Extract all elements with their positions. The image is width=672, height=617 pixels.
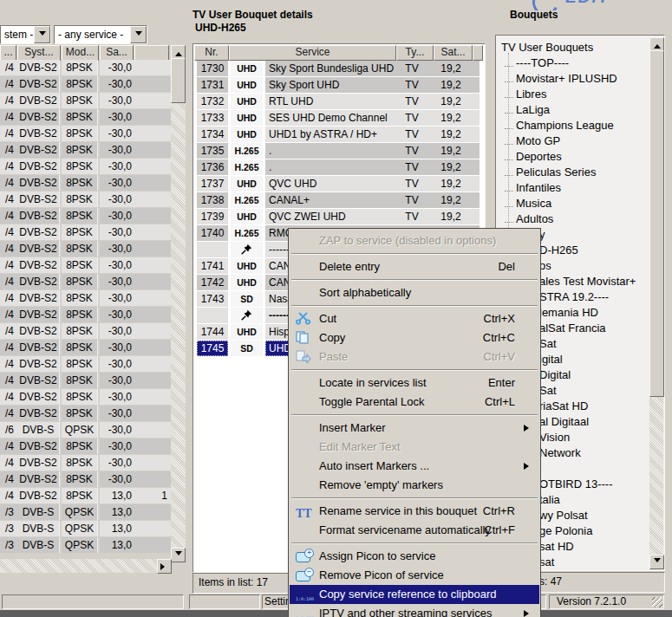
table-row[interactable]: /4DVB-S28PSK-30,0 [0,208,171,224]
tree-item[interactable]: Champions League [505,118,614,133]
scrollbar-thumb[interactable] [171,58,186,103]
column-header[interactable] [473,45,483,61]
menu-item-remove-picon-of-service[interactable]: −Remove Picon of service [290,566,539,585]
table-row[interactable]: /4DVB-S28PSK13,01 [0,488,171,504]
table-row[interactable]: /4DVB-S28PSK-30,0 [0,406,171,422]
tree-item[interactable]: ge Polonia [539,523,592,539]
tree-item[interactable]: Network [539,445,581,461]
table-row[interactable]: /4DVB-S28PSK-30,0 [0,142,171,159]
column-header[interactable]: Syst... [17,45,61,61]
tree-item[interactable]: Digital [539,367,571,383]
column-header[interactable]: Ty... [396,45,434,61]
table-row[interactable]: /3DVB-SQPSK13,0 [0,537,171,554]
bouquet-service-row[interactable]: 1733UHDSES UHD Demo ChannelTV19,2 [195,110,481,127]
table-row[interactable]: /4DVB-S28PSK-30,0 [0,290,171,307]
scroll-down-button[interactable] [171,548,186,562]
table-row[interactable]: /4DVB-S28PSK-30,0 [0,356,171,373]
menu-item-toggle-parental-lock[interactable]: Toggle Parental LockCtrl+L [290,393,539,412]
bouquet-service-row[interactable]: 1737UHDQVC UHDTV19,2 [195,176,481,192]
table-row[interactable]: /4DVB-S28PSK-30,0 [0,224,171,241]
column-header[interactable]: Sa... [100,45,134,61]
tree-item[interactable]: LaLiga [505,102,550,118]
tree-item[interactable]: ales Test Movistar+ [539,274,636,289]
menu-item-copy[interactable]: CopyCtrl+C [290,328,539,347]
table-row[interactable]: /4DVB-S28PSK-30,0 [0,323,171,340]
table-row[interactable]: /4DVB-S28PSK-30,0 [0,93,171,109]
menu-item-format-servicename-automatically[interactable]: Format servicename automaticallyCtrl+F [290,521,539,540]
table-row[interactable]: /4DVB-S28PSK-30,0 [0,307,171,323]
resize-grip[interactable] [652,597,662,607]
bouquet-service-row[interactable]: 1735H.265.TV19,2 [195,143,481,159]
bouquet-service-row[interactable]: 1730UHDSky Sport Bundesliga UHDTV19,2 [195,61,481,77]
table-row[interactable]: /4DVB-S28PSK-30,0 [0,175,171,192]
tree-item[interactable]: alSat Francia [539,321,606,336]
system-filter-dropdown[interactable]: stem - [0,25,51,44]
tree-item[interactable]: wy Polsat [539,508,588,523]
bouquets-vertical-scrollbar[interactable] [649,36,663,568]
scrollbar-track[interactable] [171,58,186,548]
tree-item[interactable]: os [539,258,551,274]
tree-item[interactable]: STRA 19.2---- [539,289,609,305]
tree-item[interactable]: Libres [505,87,546,102]
table-row[interactable]: /4DVB-S28PSK-30,0 [0,126,171,142]
services-horizontal-scrollbar[interactable] [0,559,172,573]
column-header[interactable]: Nr. [194,45,229,61]
bouquet-service-row[interactable]: 1731UHDSky Sport UHDTV19,2 [195,77,481,94]
table-row[interactable]: /4DVB-S28PSK-30,0 [0,241,171,257]
menu-item-copy-service-reference-to-clipboard[interactable]: 1:0:1001:0:100Copy service reference to … [290,585,539,604]
scroll-down-button[interactable] [649,555,664,569]
tree-item[interactable]: OTBIRD 13---- [539,477,613,492]
tree-item[interactable]: ----TOP---- [505,55,569,71]
table-row[interactable]: /4DVB-S28PSK-30,0 [0,60,171,76]
table-row[interactable]: /6DVB-SQPSK-30,0 [0,422,171,438]
tree-item[interactable]: al Digitaal [539,414,589,430]
tree-item[interactable]: Musica [505,196,551,211]
bouquet-service-row[interactable]: 1736H.265.TV19,2 [195,159,481,176]
tree-item[interactable]: lemania HD [539,305,598,321]
scrollbar-thumb[interactable] [649,50,664,397]
menu-item-assign-picon-to-service[interactable]: +Assign Picon to service [290,547,539,566]
table-row[interactable]: /3DVB-SQPSK13,0 [0,521,171,537]
scroll-right-button[interactable] [157,559,172,574]
bouquet-service-row[interactable]: 1738H.265CANAL+TV19,2 [195,192,481,209]
column-header[interactable]: Sat... [434,45,473,61]
table-row[interactable]: /3DVB-SQPSK13,0 [0,504,171,521]
column-header[interactable]: Service [229,45,396,61]
tree-item[interactable]: Movistar+ IPLUSHD [505,71,617,87]
menu-item-sort-alphabetically[interactable]: Sort alphabetically [290,283,539,302]
tree-item[interactable]: sat [539,555,554,570]
menu-item-remove-empty-markers[interactable]: Remove 'empty' markers [290,476,539,495]
menu-item-insert-marker[interactable]: Insert Marker [290,419,539,438]
scrollbar-track[interactable] [0,559,157,573]
tree-item[interactable]: talia [539,492,560,508]
table-row[interactable]: /4DVB-S28PSK-30,0 [0,455,171,471]
menu-item-iptv-and-other-streaming-services[interactable]: IPTV and other streaming services [290,604,539,617]
menu-item-locate-in-services-list[interactable]: Locate in services listEnter [290,373,539,393]
tree-item[interactable]: Adultos [505,211,553,227]
menu-item-delete-entry[interactable]: Delete entryDel [290,257,539,276]
service-filter-dropdown[interactable]: - any service - [54,25,147,44]
tree-item[interactable]: Sat [539,336,557,352]
services-vertical-scrollbar[interactable] [171,45,186,561]
system-filter-arrow-button[interactable] [34,26,50,43]
table-row[interactable]: /4DVB-S28PSK-30,0 [0,389,171,406]
tree-item[interactable]: Moto GP [505,133,560,149]
tree-item[interactable]: sat HD [539,539,574,555]
column-header[interactable]: Mod... [62,45,99,61]
table-row[interactable]: /4DVB-S28PSK-30,0 [0,340,171,356]
table-row[interactable]: /4DVB-S28PSK-30,0 [0,471,171,488]
table-row[interactable]: /4DVB-S28PSK-30,0 [0,192,171,208]
menu-item-cut[interactable]: CutCtrl+X [290,309,539,328]
table-row[interactable]: /4DVB-S28PSK-30,0 [0,257,171,274]
column-header[interactable]: ... [0,45,16,61]
table-row[interactable]: /4DVB-S28PSK-30,0 [0,159,171,175]
tree-item[interactable]: Deportes [505,149,562,165]
bouquet-service-row[interactable]: 1732UHDRTL UHDTV19,2 [195,94,481,110]
tree-item[interactable]: Peliculas Series [505,165,597,180]
service-filter-arrow-button[interactable] [130,26,147,43]
tree-item[interactable]: igital [539,352,563,367]
bouquet-service-row[interactable]: 1734UHDUHD1 by ASTRA / HD+TV19,2 [195,127,481,143]
tree-item[interactable]: Vision [539,430,570,445]
table-row[interactable]: /4DVB-S28PSK-30,0 [0,109,171,126]
table-row[interactable]: /4DVB-S28PSK-30,0 [0,274,171,290]
